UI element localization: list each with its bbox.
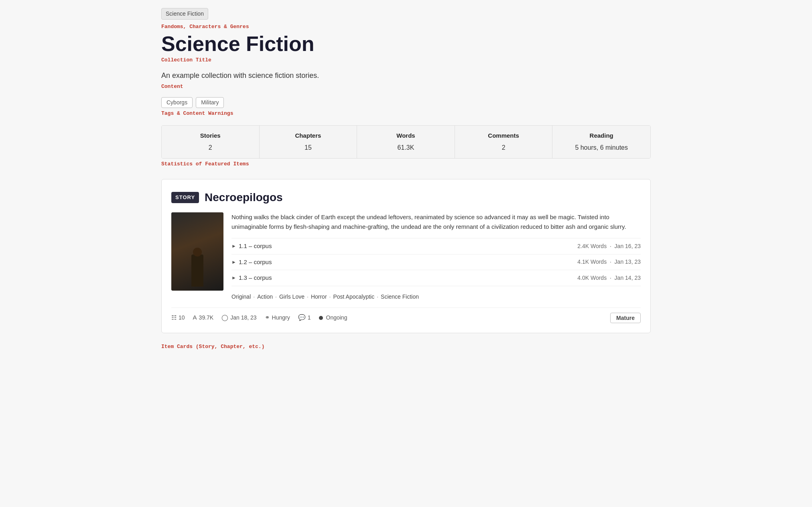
genre-2[interactable]: Girls Love xyxy=(279,293,304,301)
stat-stories-header: Stories xyxy=(168,131,253,140)
footer-comments: 💬 1 xyxy=(298,313,311,322)
stat-chapters-header: Chapters xyxy=(266,131,351,140)
stat-reading: Reading 5 hours, 6 minutes xyxy=(552,126,650,158)
genres-row: Original · Action · Girls Love · Horror … xyxy=(231,293,641,301)
chapters-icon: ☷ xyxy=(171,313,177,322)
stats-label: Statistics of Featured Items xyxy=(161,160,651,168)
content-label: Content xyxy=(161,83,651,91)
chapter-2-arrow: ► xyxy=(231,259,236,266)
tag-military[interactable]: Military xyxy=(196,97,224,108)
chapter-3-date: Jan 14, 23 xyxy=(615,275,641,281)
stat-stories-value: 2 xyxy=(168,143,253,153)
story-cover xyxy=(171,212,223,291)
clock-icon: ◯ xyxy=(221,313,228,322)
tags-row: Cyborgs Military xyxy=(161,97,651,108)
story-title[interactable]: Necroepilogos xyxy=(205,189,282,206)
chapter-1-words: 2.4K Words xyxy=(577,243,607,249)
ongoing-dot xyxy=(319,316,323,320)
story-card: STORY Necroepilogos Nothing walks the bl… xyxy=(161,179,651,333)
genre-5[interactable]: Science Fiction xyxy=(381,293,419,301)
genre-sep-2: · xyxy=(307,293,309,301)
genre-sep-4: · xyxy=(377,293,378,301)
words-icon: A xyxy=(193,313,197,322)
footer-status-value: Ongoing xyxy=(326,314,347,322)
chapter-item-1[interactable]: ► 1.1 – corpus 2.4K Words · Jan 16, 23 xyxy=(231,238,641,255)
chapter-3-words: 4.0K Words xyxy=(577,275,607,281)
genre-3[interactable]: Horror xyxy=(311,293,327,301)
story-footer: ☷ 10 A 39.7K ◯ Jan 18, 23 ⚭ Hungry 💬 xyxy=(171,307,641,323)
cover-image xyxy=(171,212,223,291)
genre-sep-3: · xyxy=(329,293,331,301)
breadcrumb-tag[interactable]: Science Fiction xyxy=(161,8,208,20)
genre-sep-0: · xyxy=(253,293,255,301)
stat-words-value: 61.3K xyxy=(363,143,448,153)
stat-words-header: Words xyxy=(363,131,448,140)
tag-cyborgs[interactable]: Cyborgs xyxy=(161,97,193,108)
footer-author: ⚭ Hungry xyxy=(265,313,290,322)
cover-figure xyxy=(185,238,209,287)
genre-sep-1: · xyxy=(275,293,277,301)
collection-description: An example collection with science ficti… xyxy=(161,70,651,81)
footer-stats: ☷ 10 A 39.7K ◯ Jan 18, 23 ⚭ Hungry 💬 xyxy=(171,313,347,322)
footer-comments-count: 1 xyxy=(308,314,311,322)
genre-1[interactable]: Action xyxy=(257,293,273,301)
chapter-item-3-left: ► 1.3 – corpus xyxy=(231,273,272,283)
collection-title-label: Collection Title xyxy=(161,56,651,64)
stat-chapters: Chapters 15 xyxy=(260,126,357,158)
chapter-2-date: Jan 13, 23 xyxy=(615,259,641,265)
footer-words: A 39.7K xyxy=(193,313,214,322)
mature-badge[interactable]: Mature xyxy=(610,313,641,323)
chapter-item-3[interactable]: ► 1.3 – corpus 4.0K Words · Jan 14, 23 xyxy=(231,270,641,286)
story-card-header: STORY Necroepilogos xyxy=(171,189,641,206)
story-description: Nothing walks the black cinder of Earth … xyxy=(231,212,641,232)
chapter-1-meta: 2.4K Words · Jan 16, 23 xyxy=(577,242,641,250)
fandoms-label: Fandoms, Characters & Genres xyxy=(161,23,651,31)
stat-comments-value: 2 xyxy=(461,143,546,153)
footer-words-value: 39.7K xyxy=(199,314,214,322)
chapter-list: ► 1.1 – corpus 2.4K Words · Jan 16, 23 ► xyxy=(231,238,641,286)
item-cards-label: Item Cards (Story, Chapter, etc.) xyxy=(161,343,651,351)
stat-words: Words 61.3K xyxy=(357,126,455,158)
chapter-item-1-left: ► 1.1 – corpus xyxy=(231,242,272,251)
chapter-2-name: 1.2 – corpus xyxy=(239,258,272,267)
footer-chapters-count: 10 xyxy=(179,314,185,322)
footer-author-name: Hungry xyxy=(272,314,290,322)
page-title: Science Fiction xyxy=(161,33,651,55)
page-wrapper: Science Fiction Fandoms, Characters & Ge… xyxy=(145,0,667,368)
footer-chapters: ☷ 10 xyxy=(171,313,185,322)
person-icon: ⚭ xyxy=(265,313,270,322)
chapter-3-meta: 4.0K Words · Jan 14, 23 xyxy=(577,274,641,282)
chapter-item-2[interactable]: ► 1.2 – corpus 4.1K Words · Jan 13, 23 xyxy=(231,255,641,271)
chapter-3-arrow: ► xyxy=(231,274,236,281)
stats-table: Stories 2 Chapters 15 Words 61.3K Commen… xyxy=(161,125,651,159)
genre-4[interactable]: Post Apocalyptic xyxy=(333,293,374,301)
footer-date: ◯ Jan 18, 23 xyxy=(221,313,256,322)
story-badge: STORY xyxy=(171,192,199,203)
footer-status: Ongoing xyxy=(319,314,347,322)
stat-comments-header: Comments xyxy=(461,131,546,140)
chapter-item-2-left: ► 1.2 – corpus xyxy=(231,258,272,267)
stat-reading-header: Reading xyxy=(559,131,644,140)
footer-date-value: Jan 18, 23 xyxy=(230,314,256,322)
genre-0[interactable]: Original xyxy=(231,293,251,301)
chapter-1-arrow: ► xyxy=(231,242,236,250)
story-body: Nothing walks the black cinder of Earth … xyxy=(171,212,641,301)
story-content: Nothing walks the black cinder of Earth … xyxy=(231,212,641,301)
stat-chapters-value: 15 xyxy=(266,143,351,153)
chapter-2-words: 4.1K Words xyxy=(577,259,607,265)
chapter-1-date: Jan 16, 23 xyxy=(615,243,641,249)
chapter-3-name: 1.3 – corpus xyxy=(239,273,272,283)
tags-warnings-label: Tags & Content Warnings xyxy=(161,110,651,118)
stat-stories: Stories 2 xyxy=(162,126,260,158)
chapter-1-name: 1.1 – corpus xyxy=(239,242,272,251)
chapter-2-meta: 4.1K Words · Jan 13, 23 xyxy=(577,258,641,266)
stat-reading-value: 5 hours, 6 minutes xyxy=(559,143,644,153)
stat-comments: Comments 2 xyxy=(455,126,553,158)
comment-icon: 💬 xyxy=(298,313,306,322)
